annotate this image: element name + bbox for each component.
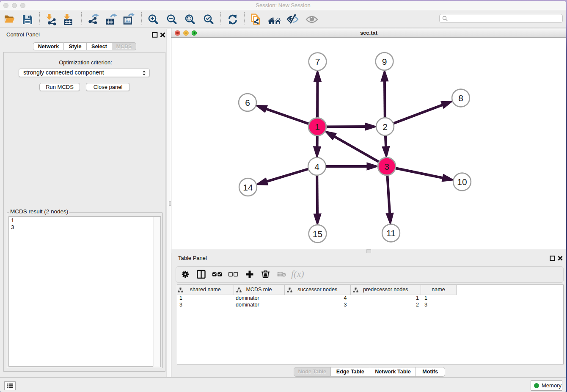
- svg-text:14: 14: [243, 182, 253, 192]
- svg-text:9: 9: [382, 57, 387, 66]
- svg-text:2: 2: [383, 122, 388, 132]
- svg-text:11: 11: [386, 228, 396, 238]
- svg-text:15: 15: [313, 229, 322, 239]
- svg-text:7: 7: [315, 57, 320, 66]
- svg-text:4: 4: [314, 162, 319, 171]
- svg-text:1: 1: [315, 122, 320, 132]
- svg-text:10: 10: [457, 177, 467, 187]
- svg-text:8: 8: [458, 93, 463, 103]
- svg-text:3: 3: [384, 162, 389, 171]
- svg-text:6: 6: [245, 98, 250, 108]
